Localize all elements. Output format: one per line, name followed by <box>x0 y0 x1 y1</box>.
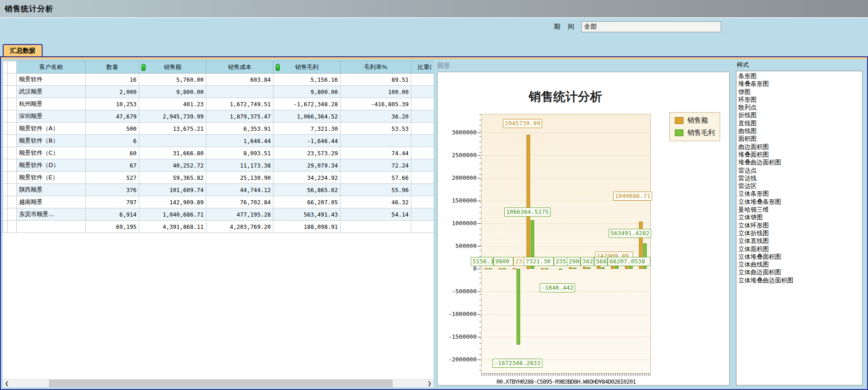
row-header-cell[interactable] <box>8 123 17 135</box>
column-header-0[interactable]: 客户名称 <box>17 61 86 74</box>
table-cell[interactable] <box>411 123 434 135</box>
table-cell[interactable]: 8,093.51 <box>206 147 273 159</box>
table-cell[interactable] <box>341 135 411 147</box>
table-cell[interactable]: 25,130.90 <box>206 172 273 184</box>
table-cell[interactable]: 1,672,749.51 <box>206 98 273 110</box>
table-cell[interactable] <box>411 184 434 196</box>
table-cell[interactable] <box>411 196 434 208</box>
row-header-cell[interactable] <box>8 135 17 147</box>
table-cell[interactable] <box>341 221 411 233</box>
table-cell[interactable]: 54.14 <box>341 208 411 221</box>
table-cell[interactable]: 66,207.05 <box>273 196 341 208</box>
table-cell[interactable]: 56,865.62 <box>273 184 341 196</box>
table-cell[interactable] <box>206 86 273 98</box>
table-cell[interactable]: 72.24 <box>341 159 411 172</box>
row-header-cell[interactable] <box>3 208 8 221</box>
style-option[interactable]: 立体曲边面积图 <box>737 268 861 276</box>
table-cell[interactable]: 1,646.44 <box>206 135 273 147</box>
row-header-cell[interactable] <box>3 184 8 196</box>
row-header-cell[interactable] <box>3 74 8 86</box>
table-cell[interactable]: 16 <box>86 74 139 86</box>
table-cell[interactable] <box>411 147 434 159</box>
table-cell[interactable]: 100.00 <box>341 86 411 98</box>
row-header-cell[interactable] <box>3 123 8 135</box>
table-cell[interactable] <box>139 135 206 147</box>
table-cell[interactable]: 6 <box>86 135 139 147</box>
table-cell[interactable]: 55.96 <box>341 184 411 196</box>
table-cell[interactable]: 11,173.38 <box>206 159 273 172</box>
style-option[interactable]: 面积图 <box>737 135 861 143</box>
table-cell[interactable]: 477,195.28 <box>206 208 273 221</box>
table-cell[interactable]: 4,391,868.11 <box>139 221 206 233</box>
table-cell[interactable]: 9,800.00 <box>273 86 341 98</box>
style-option[interactable]: 曲边面积图 <box>737 143 861 151</box>
table-cell[interactable]: 44,744.12 <box>206 184 273 196</box>
row-header-cell[interactable] <box>8 221 17 233</box>
style-option[interactable]: 直线图 <box>737 119 861 127</box>
table-cell[interactable] <box>411 159 434 172</box>
table-cell[interactable]: 顺景软件（D） <box>17 159 86 172</box>
table-cell[interactable]: 武汉顺景 <box>17 86 86 98</box>
style-option[interactable]: 立体环形图 <box>737 222 861 229</box>
style-option[interactable]: 堆叠曲边面积图 <box>737 158 861 166</box>
table-cell[interactable]: 59,365.82 <box>139 172 206 184</box>
table-cell[interactable]: 顺景软件（E） <box>17 172 86 184</box>
table-cell[interactable]: 188,098.91 <box>273 221 341 233</box>
table-cell[interactable] <box>411 110 434 123</box>
table-cell[interactable]: 5,156.16 <box>273 74 341 86</box>
style-option[interactable]: 饼图 <box>737 88 861 96</box>
table-cell[interactable]: 顺景软件 <box>17 74 86 86</box>
table-cell[interactable]: 顺景软件（B） <box>17 135 86 147</box>
style-option[interactable]: 立体堆叠面积图 <box>737 253 861 261</box>
style-option[interactable]: 折线图 <box>737 111 861 119</box>
table-cell[interactable]: 76,702.84 <box>206 196 273 208</box>
scroll-left-button[interactable]: ❮ <box>3 380 11 387</box>
table-cell[interactable]: 29,079.34 <box>273 159 341 172</box>
style-option[interactable]: 条形图 <box>737 72 861 80</box>
row-header-cell[interactable] <box>8 159 17 172</box>
style-option[interactable]: 雷达区 <box>737 182 861 190</box>
column-header-5[interactable]: 毛利率% <box>341 61 411 74</box>
style-option[interactable]: 堆叠条形图 <box>737 80 861 88</box>
style-option[interactable]: 立体堆叠曲边面积图 <box>737 276 861 284</box>
table-cell[interactable] <box>411 208 434 221</box>
table-cell[interactable]: 4,203,769.20 <box>206 221 273 233</box>
table-cell[interactable]: 53.53 <box>341 123 411 135</box>
table-cell[interactable]: 401.23 <box>139 98 206 110</box>
table-cell[interactable]: 46.32 <box>341 196 411 208</box>
column-header-2[interactable]: 销售额 <box>139 61 206 74</box>
column-header-1[interactable]: 数量 <box>86 61 139 74</box>
style-option[interactable]: 雷达线 <box>737 174 861 182</box>
style-option[interactable]: 立体堆叠条形图 <box>737 198 861 206</box>
table-cell[interactable] <box>411 135 434 147</box>
table-cell[interactable]: 60 <box>86 147 139 159</box>
table-cell[interactable]: 500 <box>86 123 139 135</box>
chart-style-listbox[interactable]: 条形图堆叠条形图饼图环形图散列点折线图直线图曲线图面积图曲边面积图堆叠面积图堆叠… <box>736 71 863 385</box>
table-cell[interactable]: 2,000 <box>86 86 139 98</box>
style-option[interactable]: 雷达点 <box>737 167 861 174</box>
table-cell[interactable]: -416,805.39 <box>341 98 411 110</box>
table-cell[interactable]: 36.20 <box>341 110 411 123</box>
row-header-cell[interactable] <box>3 135 8 147</box>
table-cell[interactable]: 376 <box>86 184 139 196</box>
row-header-cell[interactable] <box>8 147 17 159</box>
table-cell[interactable]: 杭州顺景 <box>17 98 86 110</box>
style-option[interactable]: 曲线图 <box>737 127 861 135</box>
table-cell[interactable]: 1,040,686.71 <box>139 208 206 221</box>
table-cell[interactable]: 74.44 <box>341 147 411 159</box>
row-header-cell[interactable] <box>8 98 17 110</box>
table-cell[interactable]: 越南顺景 <box>17 196 86 208</box>
row-header-cell[interactable] <box>3 86 8 98</box>
row-header-cell[interactable] <box>3 221 8 233</box>
table-cell[interactable]: 5,760.00 <box>139 74 206 86</box>
table-cell[interactable]: 142,909.89 <box>139 196 206 208</box>
row-header-cell[interactable] <box>3 159 8 172</box>
row-header-cell[interactable] <box>3 98 8 110</box>
style-option[interactable]: 散列点 <box>737 104 861 111</box>
style-option[interactable]: 立体面积图 <box>737 245 861 253</box>
style-option[interactable]: 曼哈顿三维 <box>737 206 861 213</box>
table-cell[interactable]: 1,066,364.52 <box>273 110 341 123</box>
row-header-cell[interactable] <box>8 196 17 208</box>
table-cell[interactable]: 563,491.43 <box>273 208 341 221</box>
table-cell[interactable]: 797 <box>86 196 139 208</box>
